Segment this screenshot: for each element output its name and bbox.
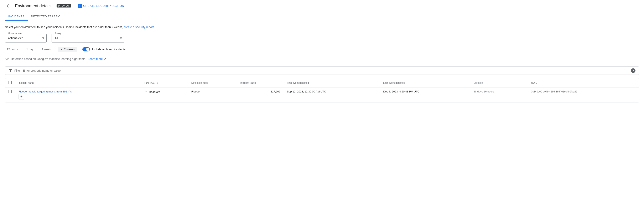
row-incident-traffic-cell: 217,605 (237, 87, 284, 102)
select-all-checkbox[interactable] (8, 81, 12, 84)
row-incident-name-cell: Flooder attack, targeting mock, from 392… (15, 87, 141, 102)
create-security-report-link[interactable]: create a security report (124, 25, 154, 29)
th-detection-rules: Detection rules (188, 78, 237, 87)
incident-name-link[interactable]: Flooder attack, targeting mock, from 392… (18, 90, 138, 93)
th-incident-traffic: Incident traffic (237, 78, 284, 87)
row-detection-rules-cell: Flooder (188, 87, 237, 102)
ml-icon (5, 56, 9, 61)
th-duration: Duration (470, 78, 528, 87)
download-icon-button[interactable] (18, 94, 24, 100)
time-option-1d[interactable]: 1 day (24, 47, 35, 52)
incidents-table: Incident name Risk level ↓ Detection rul… (5, 78, 639, 102)
environment-dropdown-wrapper: Environment actions-e2e ▾ (5, 34, 46, 43)
th-last-event: Last event detected (380, 78, 470, 87)
proxy-dropdown-wrapper: Proxy All ▾ (52, 34, 124, 43)
row-last-event-cell: Dec 7, 2023, 4:50:43 PM UTC (380, 87, 470, 102)
archived-toggle-row: Include archived incidents (82, 47, 126, 51)
row-first-event-cell: Sep 12, 2023, 12:30:00 AM UTC (284, 87, 380, 102)
tab-incidents[interactable]: INCIDENTS (5, 12, 28, 21)
dropdown-filters: Environment actions-e2e ▾ Proxy All ▾ (5, 34, 639, 43)
th-checkbox (5, 78, 15, 87)
th-uuid: UUID (528, 78, 639, 87)
help-icon[interactable]: ? (631, 68, 636, 73)
warning-icon: ⚠ (144, 90, 148, 94)
row-uuid-cell: 3c840e60-b949-4295-865f-61ec480faa42 (528, 87, 639, 102)
sort-icon: ↓ (157, 81, 158, 85)
learn-more-link[interactable]: Learn more ↗ (88, 57, 106, 61)
proxy-dropdown-group: Proxy All ▾ (52, 34, 124, 43)
row-checkbox-cell (5, 87, 15, 102)
tab-detected-traffic[interactable]: DETECTED TRAFFIC (28, 12, 64, 21)
table-header: Incident name Risk level ↓ Detection rul… (5, 78, 639, 87)
page-title: Environment details (15, 4, 52, 8)
tabs-container: INCIDENTS DETECTED TRAFFIC (0, 12, 644, 21)
environment-dropdown-group: Environment actions-e2e ▾ (5, 34, 46, 43)
filter-input[interactable] (23, 69, 629, 72)
page-header: Environment details PREVIEW + CREATE SEC… (0, 0, 644, 12)
table-body: Flooder attack, targeting mock, from 392… (5, 87, 639, 102)
info-text: Select your environment to see your inci… (5, 25, 639, 29)
detection-info: Detection based on Google's machine lear… (5, 56, 639, 61)
time-option-12h[interactable]: 12 hours (5, 47, 20, 52)
duration-text: 86 days 16 hours (474, 90, 494, 93)
environment-select[interactable]: actions-e2e (5, 34, 46, 43)
time-option-1w[interactable]: 1 week (40, 47, 53, 52)
incidents-table-container: Incident name Risk level ↓ Detection rul… (5, 78, 639, 102)
row-checkbox[interactable] (8, 90, 12, 93)
create-security-action-button[interactable]: + CREATE SECURITY ACTION (78, 4, 124, 8)
uuid-text: 3c840e60-b949-4295-865f-61ec480faa42 (531, 90, 577, 93)
filter-bar: Filter ? (5, 66, 639, 75)
row-risk-level-cell: ⚠ Moderate (141, 87, 188, 102)
th-risk-level[interactable]: Risk level ↓ (141, 78, 188, 87)
time-option-2w[interactable]: ✓ 2 weeks (58, 47, 78, 52)
preview-badge: PREVIEW (56, 4, 71, 8)
table-row: Flooder attack, targeting mock, from 392… (5, 87, 639, 102)
row-duration-cell: 86 days 16 hours (470, 87, 528, 102)
environment-label: Environment (8, 32, 23, 35)
back-button[interactable] (5, 3, 12, 9)
external-link-icon: ↗ (104, 58, 106, 60)
proxy-label: Proxy (54, 32, 62, 35)
main-content: Select your environment to see your inci… (0, 21, 644, 107)
archived-toggle-label: Include archived incidents (92, 48, 126, 51)
filter-label: Filter (14, 69, 21, 72)
proxy-select[interactable]: All (52, 34, 124, 43)
time-range-row: 12 hours 1 day 1 week ✓ 2 weeks Include … (5, 47, 639, 52)
filter-icon (8, 69, 12, 73)
checkmark-icon: ✓ (60, 48, 63, 51)
th-incident-name: Incident name (15, 78, 141, 87)
risk-level-text: Moderate (149, 90, 160, 94)
plus-icon: + (78, 4, 82, 8)
th-first-event: First event detected (284, 78, 380, 87)
archived-toggle[interactable] (82, 47, 90, 51)
